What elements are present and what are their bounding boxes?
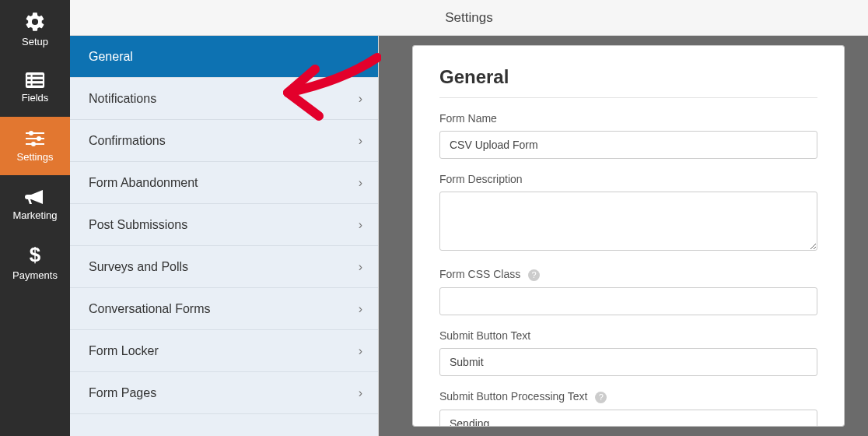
settings-nav-label: General: [89, 50, 133, 64]
chevron-right-icon: ›: [359, 176, 362, 190]
svg-rect-3: [27, 83, 30, 85]
svg-text:$: $: [30, 244, 41, 266]
form-css-class-input[interactable]: [439, 287, 817, 315]
field-label: Form Name: [439, 112, 817, 125]
settings-nav-form-locker[interactable]: Form Locker ›: [70, 330, 378, 372]
page-title: Settings: [445, 10, 492, 26]
sidebar-item-fields[interactable]: Fields: [0, 58, 70, 117]
settings-nav-label: Conversational Forms: [89, 302, 211, 316]
settings-nav-surveys-polls[interactable]: Surveys and Polls ›: [70, 246, 378, 288]
field-form-name: Form Name: [439, 112, 817, 159]
svg-point-8: [29, 131, 33, 135]
svg-point-10: [37, 136, 41, 141]
svg-rect-2: [27, 79, 30, 81]
settings-nav-form-abandonment[interactable]: Form Abandonment ›: [70, 162, 378, 204]
help-icon[interactable]: ?: [528, 269, 540, 281]
svg-rect-5: [33, 79, 43, 81]
settings-nav-label: Confirmations: [89, 134, 166, 148]
svg-rect-1: [27, 75, 30, 76]
settings-nav-label: Post Submissions: [89, 218, 187, 232]
sidebar-item-label: Payments: [12, 269, 58, 281]
submit-processing-input[interactable]: [439, 410, 817, 427]
svg-rect-6: [33, 83, 43, 85]
chevron-right-icon: ›: [359, 260, 362, 274]
dollar-icon: $: [27, 244, 43, 266]
svg-rect-4: [33, 75, 43, 76]
chevron-right-icon: ›: [359, 302, 362, 316]
help-icon[interactable]: ?: [595, 392, 607, 403]
sidebar-item-label: Settings: [17, 151, 54, 163]
chevron-right-icon: ›: [359, 218, 362, 232]
settings-nav-label: Notifications: [89, 92, 156, 106]
sidebar-item-marketing[interactable]: Marketing: [0, 175, 70, 234]
form-description-input[interactable]: [439, 192, 817, 251]
sidebar-item-label: Setup: [22, 36, 48, 47]
form-heading: General: [439, 66, 817, 88]
field-label: Submit Button Text: [439, 329, 817, 342]
sidebar-item-setup[interactable]: Setup: [0, 0, 70, 58]
sidebar-item-label: Marketing: [12, 209, 57, 221]
sidebar-item-settings[interactable]: Settings: [0, 117, 70, 175]
chevron-right-icon: ›: [359, 344, 362, 358]
field-label: Form CSS Class ?: [439, 268, 817, 281]
main-column: Settings General Notifications › Confirm…: [70, 0, 868, 436]
sidebar-item-label: Fields: [22, 92, 49, 104]
settings-nav: General Notifications › Confirmations › …: [70, 36, 379, 436]
bullhorn-icon: [24, 188, 46, 206]
settings-nav-form-pages[interactable]: Form Pages ›: [70, 372, 378, 414]
settings-nav-label: Form Locker: [89, 344, 159, 358]
settings-nav-label: Form Pages: [89, 386, 156, 400]
form-panel: General Form Name Form Description Form …: [412, 45, 845, 427]
divider: [439, 97, 817, 98]
field-form-css-class: Form CSS Class ?: [439, 268, 817, 315]
settings-nav-notifications[interactable]: Notifications ›: [70, 78, 378, 120]
icon-sidebar: Setup Fields Settings Marketing $ Paymen…: [0, 0, 70, 436]
field-submit-processing: Submit Button Processing Text ?: [439, 390, 817, 427]
field-label: Form Description: [439, 173, 817, 185]
field-form-description: Form Description: [439, 173, 817, 254]
settings-nav-post-submissions[interactable]: Post Submissions ›: [70, 204, 378, 246]
svg-point-12: [31, 142, 36, 146]
gear-icon: [24, 11, 46, 33]
list-icon: [24, 72, 46, 89]
form-name-input[interactable]: [439, 131, 817, 159]
chevron-right-icon: ›: [359, 134, 362, 148]
sidebar-item-payments[interactable]: $ Payments: [0, 234, 70, 292]
gutter: [379, 36, 412, 436]
field-label: Submit Button Processing Text ?: [439, 390, 817, 403]
settings-nav-confirmations[interactable]: Confirmations ›: [70, 120, 378, 162]
settings-nav-label: Surveys and Polls: [89, 260, 188, 274]
chevron-right-icon: ›: [359, 92, 362, 106]
chevron-right-icon: ›: [359, 386, 362, 400]
field-submit-text: Submit Button Text: [439, 329, 817, 376]
settings-nav-label: Form Abandonment: [89, 176, 198, 190]
form-panel-wrap: General Form Name Form Description Form …: [412, 36, 868, 436]
page-header: Settings: [70, 0, 868, 36]
settings-nav-conversational-forms[interactable]: Conversational Forms ›: [70, 288, 378, 330]
submit-text-input[interactable]: [439, 348, 817, 376]
sliders-icon: [24, 129, 46, 148]
settings-nav-general[interactable]: General: [70, 36, 378, 78]
